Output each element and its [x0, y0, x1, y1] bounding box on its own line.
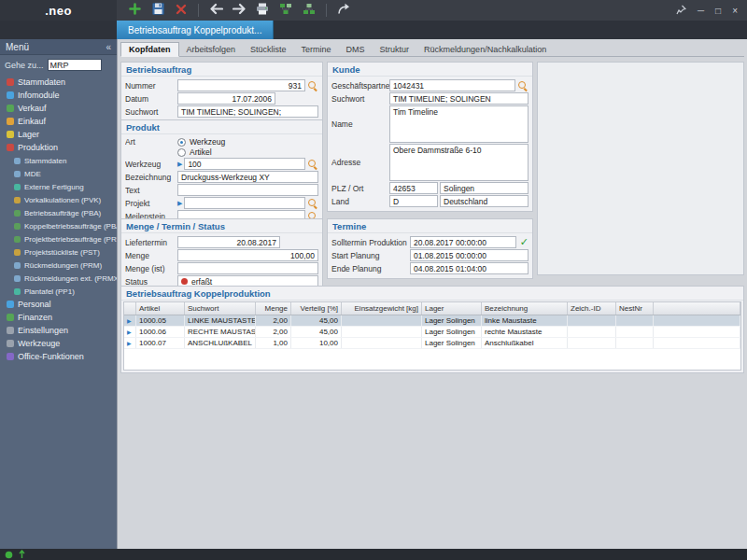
collapse-sidebar-icon[interactable]: «	[106, 42, 111, 52]
sidebar: Menü « Gehe zu... StammdatenInfomoduleVe…	[0, 39, 117, 549]
lookup-magnifier-icon[interactable]	[308, 160, 318, 170]
tab-dms[interactable]: DMS	[339, 43, 373, 56]
text-field[interactable]	[177, 184, 318, 196]
column-header-suchwort[interactable]: Suchwort	[185, 302, 256, 315]
liefertermin-field[interactable]: 20.08.2017	[177, 236, 280, 248]
menge-field[interactable]: 100,00	[177, 249, 318, 261]
nummer-field[interactable]: 931	[177, 79, 305, 91]
back-button[interactable]	[207, 2, 224, 19]
start-planung-field[interactable]: 01.08.2015 00:00:00	[410, 249, 529, 261]
sidebar-item-finanzen[interactable]: Finanzen	[0, 311, 117, 324]
lookup-magnifier-icon[interactable]	[308, 199, 318, 209]
column-header-menge[interactable]: Menge	[256, 302, 291, 315]
row-selector[interactable]: ▶	[124, 327, 136, 337]
kunde-name-field[interactable]: Tim Timeline	[389, 105, 529, 143]
column-header-nestnr[interactable]: NestNr	[616, 302, 654, 315]
sidebar-item-lager[interactable]: Lager	[0, 128, 117, 141]
sidebar-subitem-projektbetriebsauftr-ge-prb[interactable]: Projektbetriebsaufträge (PRB)	[0, 232, 117, 245]
export-structure-button[interactable]	[277, 2, 294, 19]
sidebar-item-personal[interactable]: Personal	[0, 298, 117, 311]
pin-icon[interactable]	[676, 5, 686, 17]
suchwort-field[interactable]: TIM TIMELINE; SOLINGEN;	[177, 105, 318, 118]
plz-ort-field[interactable]: 42653	[389, 182, 438, 194]
sidebar-subitem-plantafel-pp1[interactable]: Plantafel (PP1)	[0, 285, 117, 298]
delete-button[interactable]	[173, 2, 190, 19]
sidebar-subitem-mde[interactable]: MDE	[0, 167, 117, 180]
share-button[interactable]	[335, 2, 352, 19]
table-row[interactable]: ▶1000.05LINKE MAUSTASTE2,0045,00Lager So…	[124, 315, 740, 327]
goto-input[interactable]	[48, 59, 102, 71]
field-label: Suchwort	[125, 107, 177, 117]
sidebar-item-verkauf[interactable]: Verkauf	[0, 102, 117, 115]
werkzeug-field[interactable]: 100	[184, 158, 305, 170]
save-button[interactable]	[149, 2, 166, 19]
ende-planung-field[interactable]: 04.08.2015 01:04:00	[410, 262, 529, 274]
geschaeftspartner-field[interactable]: 1042431	[389, 79, 515, 91]
field-label: Land	[331, 197, 389, 206]
table-cell-filler	[654, 338, 740, 348]
tab-r-ckmeldungen-nachkalkulation[interactable]: Rückmeldungen/Nachkalkulation	[416, 43, 554, 56]
table-row[interactable]: ▶1000.07ANSCHLUßKABEL1,0010,00Lager Soli…	[124, 338, 740, 349]
import-structure-button[interactable]	[301, 2, 317, 19]
module-icon	[14, 158, 21, 164]
sidebar-item-infomodule[interactable]: Infomodule	[0, 89, 117, 102]
column-header-einsatzgewicht-kg[interactable]: Einsatzgewicht [kg]	[342, 302, 422, 315]
maximize-button[interactable]: □	[715, 6, 721, 16]
sidebar-item-label: Verkauf	[18, 104, 47, 113]
lookup-magnifier-icon[interactable]	[518, 81, 529, 91]
sidebar-item-stammdaten[interactable]: Stammdaten	[0, 76, 117, 89]
back-icon	[209, 2, 223, 19]
menu-title: Menü	[6, 42, 29, 52]
column-header-lager[interactable]: Lager	[422, 302, 482, 315]
plz-ort-field-2[interactable]: Solingen	[440, 182, 529, 194]
document-tab-active[interactable]: Betriebsauftrag Koppelprodukt...	[117, 21, 274, 39]
bezeichnung-field[interactable]: Druckguss-Werkzeug XY	[177, 171, 318, 183]
sidebar-subitem-r-ckmeldungen-ext-prmx[interactable]: Rückmeldungen ext. (PRMX)	[0, 272, 117, 285]
close-button[interactable]: ×	[732, 6, 738, 16]
solltermin-produktion-field[interactable]: 20.08.2017 00:00:00	[410, 236, 516, 248]
kunde-adresse-field[interactable]: Obere Dammstraße 6-10	[389, 144, 529, 181]
column-header-artikel[interactable]: Artikel	[136, 302, 185, 315]
datum-field[interactable]: 17.07.2006	[177, 92, 275, 105]
column-header-verteilg[interactable]: Verteilg [%]	[291, 302, 342, 315]
column-header-bezeichnung[interactable]: Bezeichnung	[482, 302, 568, 315]
sidebar-item-produktion[interactable]: Produktion	[0, 141, 117, 154]
status-sync-icon[interactable]	[18, 546, 26, 560]
row-selector[interactable]: ▶	[124, 315, 136, 326]
tab-arbeitsfolgen[interactable]: Arbeitsfolgen	[179, 43, 244, 56]
minimize-button[interactable]: ─	[698, 6, 704, 16]
lookup-magnifier-icon[interactable]	[308, 81, 318, 91]
land-field-2[interactable]: Deutschland	[440, 195, 529, 207]
radio-artikel[interactable]	[177, 148, 186, 157]
new-button[interactable]	[126, 2, 143, 19]
land-field[interactable]: D	[389, 195, 438, 207]
toolbar-divider	[198, 4, 199, 17]
tab-kopfdaten[interactable]: Kopfdaten	[120, 42, 179, 57]
forward-button[interactable]	[231, 2, 247, 19]
tab-termine[interactable]: Termine	[294, 43, 339, 56]
column-header-zeich-id[interactable]: Zeich.-ID	[568, 302, 616, 315]
sidebar-subitem-projektst-ckliste-pst[interactable]: Projektstückliste (PST)	[0, 245, 117, 259]
sidebar-subitem-koppelbetriebsauftr-ge-pbak[interactable]: Koppelbetriebsaufträge (PBAK)	[0, 219, 117, 232]
tab-st-ckliste[interactable]: Stückliste	[243, 43, 294, 56]
radio-werkzeug[interactable]	[177, 138, 186, 147]
sidebar-subitem-externe-fertigung[interactable]: Externe Fertigung	[0, 180, 117, 193]
sidebar-item-einkauf[interactable]: Einkauf	[0, 115, 117, 128]
sidebar-subitem-betriebsauftr-ge-pba[interactable]: Betriebsaufträge (PBA)	[0, 206, 117, 219]
print-button[interactable]	[254, 2, 271, 19]
sidebar-subitem-stammdaten[interactable]: Stammdaten	[0, 154, 117, 167]
row-selector[interactable]: ▶	[124, 338, 136, 348]
table-row[interactable]: ▶1000.06RECHTE MAUSTASTE2,0045,00Lager S…	[124, 327, 740, 338]
sidebar-item-office-funktionen[interactable]: Office-Funktionen	[0, 350, 117, 363]
menge-ist-field[interactable]	[177, 262, 318, 274]
sidebar-subitem-vorkalkulationen-pvk[interactable]: Vorkalkulationen (PVK)	[0, 193, 117, 206]
detail-arrow-icon[interactable]: ▶	[177, 161, 182, 168]
sidebar-item-einstellungen[interactable]: Einstellungen	[0, 324, 117, 337]
module-icon	[7, 327, 14, 334]
projekt-field[interactable]	[184, 197, 305, 209]
detail-arrow-icon[interactable]: ▶	[177, 200, 182, 207]
kunde-suchwort-field[interactable]: TIM TIMELINE; SOLINGEN	[389, 92, 529, 105]
sidebar-item-werkzeuge[interactable]: Werkzeuge	[0, 337, 117, 350]
sidebar-subitem-r-ckmeldungen-prm[interactable]: Rückmeldungen (PRM)	[0, 259, 117, 272]
tab-struktur[interactable]: Struktur	[373, 43, 417, 56]
